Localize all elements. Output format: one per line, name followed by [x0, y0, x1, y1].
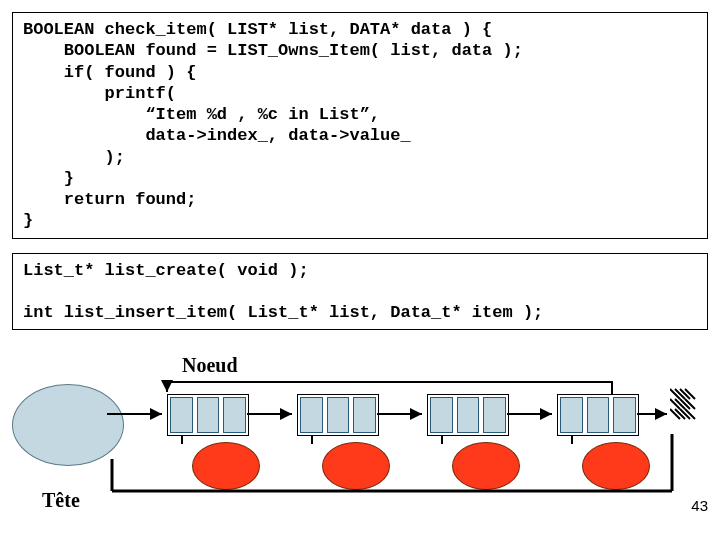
data-ball-3: [452, 442, 520, 490]
node-cell: [430, 397, 453, 433]
node-cell: [300, 397, 323, 433]
data-ball-2: [322, 442, 390, 490]
node-cell: [457, 397, 480, 433]
node-4: [557, 394, 639, 436]
node-cell: [170, 397, 193, 433]
svg-line-5: [675, 399, 685, 409]
page-number: 43: [691, 497, 708, 514]
node-cell: [353, 397, 376, 433]
node-cell: [197, 397, 220, 433]
code-block-list-api: List_t* list_create( void ); int list_in…: [12, 253, 708, 331]
tete-label: Tête: [42, 489, 80, 512]
svg-line-6: [680, 399, 690, 409]
node-cell: [483, 397, 506, 433]
data-ball-4: [582, 442, 650, 490]
node-cell: [560, 397, 583, 433]
svg-line-1: [675, 389, 685, 399]
svg-line-2: [680, 389, 690, 399]
svg-line-11: [685, 409, 695, 419]
node-cell: [327, 397, 350, 433]
node-cell: [587, 397, 610, 433]
svg-line-0: [670, 389, 680, 399]
node-2: [297, 394, 379, 436]
svg-line-4: [670, 399, 680, 409]
node-1: [167, 394, 249, 436]
svg-line-8: [670, 409, 680, 419]
svg-line-7: [685, 399, 695, 409]
node-cell: [613, 397, 636, 433]
noeud-label: Noeud: [182, 354, 238, 377]
node-cell: [223, 397, 246, 433]
svg-line-10: [680, 409, 690, 419]
svg-line-9: [675, 409, 685, 419]
head-node-circle: [12, 384, 124, 466]
ground-symbol: [670, 384, 700, 424]
svg-line-3: [685, 389, 695, 399]
node-3: [427, 394, 509, 436]
data-ball-1: [192, 442, 260, 490]
code-block-check-item: BOOLEAN check_item( LIST* list, DATA* da…: [12, 12, 708, 239]
linked-list-diagram: Noeud: [12, 344, 708, 514]
